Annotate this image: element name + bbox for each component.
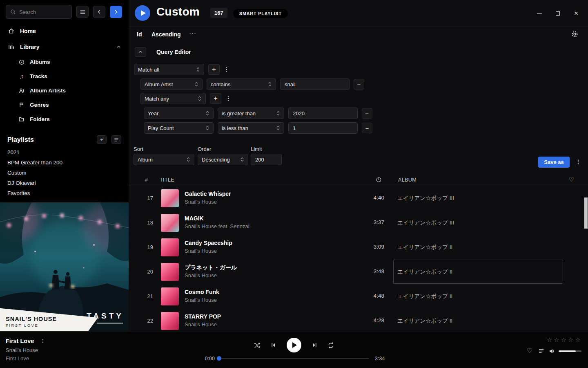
favorite-button[interactable]: ♡ xyxy=(527,347,532,355)
track-row[interactable]: 18 MAGIK Snail's House feat. Sennzai 3:3… xyxy=(129,211,588,235)
sidebar-item-home[interactable]: Home xyxy=(0,23,129,39)
sidebar-item-genres[interactable]: Genres xyxy=(0,98,129,112)
previous-track-button[interactable] xyxy=(270,342,277,348)
rule-field-select[interactable]: Album Artist xyxy=(140,79,203,90)
playlist-item[interactable]: Custom xyxy=(0,168,129,178)
rule-field-select[interactable]: Play Count xyxy=(144,122,214,134)
now-playing-title[interactable]: First Love xyxy=(6,338,34,344)
playlist-item[interactable]: BPM Greater than 200 xyxy=(0,157,129,168)
search-box[interactable] xyxy=(6,5,72,19)
menu-button[interactable] xyxy=(76,6,89,18)
shuffle-button[interactable] xyxy=(254,342,261,349)
group-match-select[interactable]: Match any xyxy=(140,93,206,104)
playlist-item[interactable]: 2021 xyxy=(0,147,129,157)
close-button[interactable]: × xyxy=(573,11,579,16)
rule-operator-select[interactable]: is greater than xyxy=(218,108,284,119)
playlist-item[interactable]: DJ Okawari xyxy=(0,178,129,188)
track-album[interactable]: エイリアン☆ポップ III xyxy=(397,219,454,227)
volume-slider[interactable] xyxy=(559,350,581,352)
volume-button[interactable] xyxy=(549,348,555,355)
track-album[interactable]: エイリアン☆ポップ II xyxy=(397,244,452,251)
save-menu-button[interactable] xyxy=(575,159,581,165)
sort-field-button[interactable]: Id xyxy=(137,31,142,38)
track-album[interactable]: エイリアン☆ポップ II xyxy=(397,317,452,325)
track-artist[interactable]: Snail's House xyxy=(185,297,217,303)
rule-operator-select[interactable]: is less than xyxy=(218,122,284,134)
sidebar-item-folders[interactable]: Folders xyxy=(0,112,129,126)
rating-stars[interactable]: ☆☆☆☆☆ xyxy=(547,336,582,343)
sort-direction-button[interactable]: Ascending xyxy=(151,31,181,38)
track-row[interactable]: 19 Candy Spaceship Snail's House 3:09 エイ… xyxy=(129,235,588,260)
nav-back-button[interactable] xyxy=(93,6,105,18)
remove-rule-button[interactable]: − xyxy=(362,123,372,133)
now-playing-artist[interactable]: Snail's House xyxy=(6,347,45,353)
nav-forward-button[interactable] xyxy=(110,6,122,18)
track-row[interactable]: 17 Galactic Whisper Snail's House 4:40 エ… xyxy=(129,186,588,211)
sort-by-select[interactable]: Album xyxy=(134,154,194,165)
rule-value-input[interactable] xyxy=(288,108,358,119)
track-artist[interactable]: Snail's House xyxy=(185,199,217,205)
playlist-item[interactable]: Favorites xyxy=(0,188,129,198)
favorite-column-heart-icon[interactable]: ♡ xyxy=(569,176,574,183)
track-artist[interactable]: Snail's House xyxy=(185,248,217,254)
add-playlist-button[interactable]: + xyxy=(97,135,107,144)
track-row[interactable]: 20 プラネット・ガール Snail's House 3:48 エイリアン☆ポッ… xyxy=(129,260,588,284)
rule-field-select[interactable]: Year xyxy=(144,108,214,119)
now-playing-album[interactable]: First Love xyxy=(6,355,45,361)
column-title[interactable]: TITLE xyxy=(160,177,174,183)
track-artist[interactable]: Snail's House xyxy=(185,272,217,278)
track-artist[interactable]: Snail's House feat. Sennzai xyxy=(185,223,249,229)
table-scrollbar-thumb[interactable] xyxy=(584,197,588,229)
playlist-options-button[interactable] xyxy=(111,135,121,144)
select-value: Album xyxy=(138,157,153,163)
sidebar-item-tracks[interactable]: ♫ Tracks xyxy=(0,69,129,83)
play-pause-button[interactable] xyxy=(287,338,301,352)
remove-rule-button[interactable]: − xyxy=(362,108,372,119)
seek-handle[interactable] xyxy=(217,356,221,361)
settings-button[interactable] xyxy=(571,31,578,38)
order-select[interactable]: Descending xyxy=(198,154,248,165)
seek-bar[interactable] xyxy=(219,358,369,359)
group-menu-button[interactable] xyxy=(225,95,231,102)
column-album[interactable]: ALBUM xyxy=(398,177,416,183)
now-playing-menu-button[interactable] xyxy=(40,338,45,344)
repeat-button[interactable] xyxy=(327,342,334,349)
track-row[interactable]: 22 STARRY POP Snail's House 4:28 エイリアン☆ポ… xyxy=(129,309,588,333)
add-rule-button[interactable]: + xyxy=(208,64,220,75)
star-icon[interactable]: ☆ xyxy=(561,336,568,343)
track-artist[interactable]: Snail's House xyxy=(185,321,217,328)
duration-column-clock-icon[interactable] xyxy=(376,177,382,183)
add-rule-button[interactable]: + xyxy=(210,93,221,104)
play-playlist-button[interactable] xyxy=(135,5,150,21)
track-album[interactable]: エイリアン☆ポップ II xyxy=(397,293,452,300)
star-icon[interactable]: ☆ xyxy=(568,336,575,343)
limit-input[interactable] xyxy=(251,154,282,165)
rule-operator-select[interactable]: contains xyxy=(207,79,276,90)
sidebar-item-album-artists[interactable]: Album Artists xyxy=(0,83,129,98)
group-menu-button[interactable] xyxy=(224,66,229,73)
maximize-button[interactable] xyxy=(555,11,561,16)
minimize-button[interactable] xyxy=(537,11,542,16)
track-number: 19 xyxy=(140,244,153,250)
queue-button[interactable] xyxy=(538,348,544,354)
sidebar-item-library[interactable]: Library xyxy=(0,39,129,55)
now-playing-artwork[interactable]: SNAIL'S HOUSE FIRST LOVE TASTY xyxy=(0,202,129,331)
sidebar-item-albums[interactable]: Albums xyxy=(0,55,129,69)
track-row[interactable]: 21 Cosmo Funk Snail's House 4:48 エイリアン☆ポ… xyxy=(129,284,588,309)
star-icon[interactable]: ☆ xyxy=(575,336,582,343)
star-icon[interactable]: ☆ xyxy=(547,336,554,343)
root-match-select[interactable]: Match all xyxy=(134,64,204,75)
remove-rule-button[interactable]: − xyxy=(354,79,364,90)
track-album[interactable]: エイリアン☆ポップ II xyxy=(397,268,452,276)
more-options-button[interactable]: ··· xyxy=(189,29,196,36)
column-number[interactable]: # xyxy=(145,177,148,183)
star-icon[interactable]: ☆ xyxy=(554,336,561,343)
search-input[interactable] xyxy=(19,9,67,15)
save-as-button[interactable]: Save as xyxy=(538,157,570,168)
next-track-button[interactable] xyxy=(311,342,318,348)
chevron-up-icon[interactable] xyxy=(116,44,121,49)
track-album[interactable]: エイリアン☆ポップ III xyxy=(397,195,454,202)
rule-value-input[interactable] xyxy=(280,79,350,90)
collapse-query-editor-button[interactable] xyxy=(135,47,146,57)
rule-value-input[interactable] xyxy=(288,122,358,134)
